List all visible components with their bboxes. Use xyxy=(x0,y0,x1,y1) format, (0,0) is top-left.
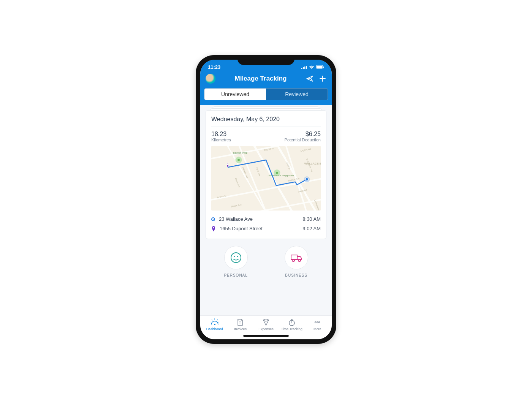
svg-point-38 xyxy=(292,259,294,261)
smile-icon xyxy=(230,251,242,264)
svg-rect-1 xyxy=(303,67,304,69)
tab-dashboard-label: Dashboard xyxy=(202,327,228,331)
truck-icon xyxy=(290,252,303,263)
svg-point-46 xyxy=(265,321,266,322)
plus-icon xyxy=(319,75,326,82)
svg-point-15 xyxy=(276,172,278,174)
phone-frame: 11:23 Mileage Tracking xyxy=(196,55,336,344)
svg-point-37 xyxy=(237,256,238,257)
svg-point-31 xyxy=(227,163,229,165)
tab-invoices-label: Invoices xyxy=(228,327,253,331)
origin-time: 8:30 AM xyxy=(302,216,321,222)
svg-point-51 xyxy=(319,321,320,323)
svg-rect-6 xyxy=(323,66,324,68)
svg-rect-0 xyxy=(301,68,302,69)
svg-point-49 xyxy=(315,321,316,323)
page-title: Mileage Tracking xyxy=(219,75,302,82)
trip-date: Wednesday, May 6, 2020 xyxy=(211,116,321,127)
category-business-label: BUSINESS xyxy=(285,273,308,277)
app-header: 11:23 Mileage Tracking xyxy=(200,60,332,105)
origin-address: 23 Wallace Ave xyxy=(219,216,253,222)
svg-line-45 xyxy=(218,322,219,322)
status-time: 11:23 xyxy=(208,64,220,70)
svg-point-34 xyxy=(213,227,214,228)
svg-line-10 xyxy=(237,146,268,211)
svg-text:Campbell Ave Playground: Campbell Ave Playground xyxy=(267,174,294,177)
origin-dot-icon xyxy=(211,217,215,221)
svg-line-43 xyxy=(217,320,218,320)
svg-text:WALLACE EMERSON: WALLACE EMERSON xyxy=(304,162,321,165)
category-personal[interactable]: PERSONAL xyxy=(224,246,247,277)
map-svg: Carlton Park Campbell Ave Playground WAL… xyxy=(211,146,321,211)
svg-text:Perth Ave: Perth Ave xyxy=(255,167,261,176)
svg-text:Lansdowne: Lansdowne xyxy=(314,200,320,211)
svg-point-50 xyxy=(317,321,318,323)
destination-address: 1655 Dupont Street xyxy=(220,226,263,231)
segment-reviewed[interactable]: Reviewed xyxy=(266,89,328,100)
notch xyxy=(238,55,294,65)
tab-more-label: More xyxy=(304,327,330,331)
invoice-icon xyxy=(237,318,244,326)
svg-text:Lappin Ave: Lappin Ave xyxy=(300,148,311,152)
stopwatch-icon xyxy=(288,318,295,326)
svg-line-7 xyxy=(211,146,321,160)
distance-label: Kilometres xyxy=(211,138,231,142)
svg-text:Ward St: Ward St xyxy=(286,162,291,170)
trip-card[interactable]: Wednesday, May 6, 2020 18.23 Kilometres … xyxy=(206,110,326,239)
svg-point-13 xyxy=(238,159,240,161)
tab-time-tracking[interactable]: Time Tracking xyxy=(279,318,305,331)
svg-text:Carlton Park: Carlton Park xyxy=(233,152,248,154)
status-indicators xyxy=(301,65,324,69)
tab-expenses-label: Expenses xyxy=(253,327,279,331)
deduction-label: Potential Deduction xyxy=(285,138,321,142)
signal-icon xyxy=(301,65,307,69)
deduction-value: $6.25 xyxy=(285,131,321,138)
title-row: Mileage Tracking xyxy=(200,71,332,88)
main-content: Wednesday, May 6, 2020 18.23 Kilometres … xyxy=(200,105,332,315)
svg-text:Edwin Ave: Edwin Ave xyxy=(234,177,241,188)
tab-dashboard[interactable]: Dashboard xyxy=(202,318,228,331)
battery-icon xyxy=(316,65,324,69)
svg-line-44 xyxy=(211,322,211,322)
stop-destination: 1655 Dupont Street 9:02 AM xyxy=(211,224,321,233)
tab-time-label: Time Tracking xyxy=(279,327,305,331)
svg-line-42 xyxy=(212,320,212,320)
category-buttons: PERSONAL BUSINESS xyxy=(206,239,326,282)
svg-text:Abbott Ave: Abbott Ave xyxy=(231,204,242,208)
screen: 11:23 Mileage Tracking xyxy=(200,60,332,339)
svg-point-35 xyxy=(231,253,241,263)
wifi-icon xyxy=(309,65,314,69)
tab-invoices[interactable]: Invoices xyxy=(228,318,253,331)
trip-map[interactable]: Carlton Park Campbell Ave Playground WAL… xyxy=(211,146,321,211)
category-business[interactable]: BUSINESS xyxy=(285,246,308,277)
category-personal-label: PERSONAL xyxy=(224,273,247,277)
svg-point-47 xyxy=(266,321,267,321)
destination-time: 9:02 AM xyxy=(302,226,321,231)
map-origin-dot-icon xyxy=(304,176,310,182)
review-segmented-control: Unreviewed Reviewed xyxy=(204,88,328,100)
send-icon xyxy=(306,75,314,82)
more-icon xyxy=(314,318,321,326)
destination-pin-icon xyxy=(211,226,216,231)
trip-metrics: 18.23 Kilometres $6.25 Potential Deducti… xyxy=(211,127,321,146)
send-button[interactable] xyxy=(306,75,314,82)
svg-rect-5 xyxy=(317,66,323,68)
svg-point-40 xyxy=(214,324,215,325)
distance-value: 18.23 xyxy=(211,131,231,138)
svg-text:Wallace Ave: Wallace Ave xyxy=(288,177,300,182)
home-indicator[interactable] xyxy=(243,335,289,337)
trip-card-stack: Wednesday, May 6, 2020 18.23 Kilometres … xyxy=(206,110,326,239)
pizza-icon xyxy=(262,318,270,326)
dashboard-icon xyxy=(211,318,219,326)
svg-point-36 xyxy=(234,256,235,257)
svg-point-39 xyxy=(298,259,301,261)
svg-rect-3 xyxy=(306,66,307,69)
segment-unreviewed[interactable]: Unreviewed xyxy=(204,89,266,100)
stop-origin: 23 Wallace Ave 8:30 AM xyxy=(211,214,321,224)
add-button[interactable] xyxy=(319,75,326,82)
tab-expenses[interactable]: Expenses xyxy=(253,318,279,331)
avatar[interactable] xyxy=(206,74,215,84)
trip-stops: 23 Wallace Ave 8:30 AM 1655 Dupont Stree… xyxy=(211,211,321,233)
svg-point-33 xyxy=(306,178,309,181)
tab-more[interactable]: More xyxy=(304,318,330,331)
